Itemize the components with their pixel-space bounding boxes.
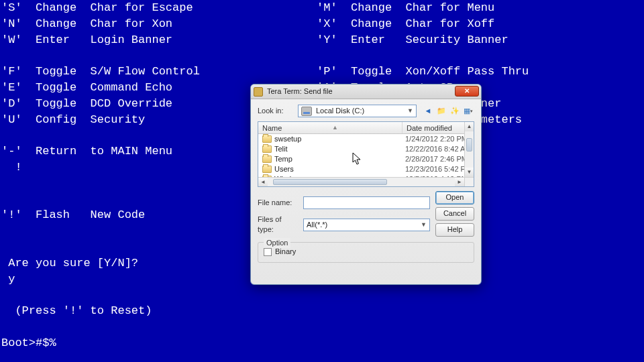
- open-button[interactable]: Open: [435, 191, 474, 204]
- close-button[interactable]: ✕: [455, 86, 479, 97]
- filename-label: File name:: [258, 198, 299, 208]
- file-list: Name ▲ Date modified swsetup1/24/2012 2:…: [258, 121, 474, 187]
- file-date: 12/23/2016 5:42 PM: [405, 164, 474, 174]
- binary-checkbox[interactable]: [264, 248, 272, 256]
- scroll-down-icon[interactable]: ▼: [465, 168, 474, 177]
- chevron-down-icon: ▼: [421, 221, 427, 229]
- dialog-titlebar[interactable]: Tera Term: Send file ✕: [251, 84, 481, 99]
- table-row[interactable]: Users12/23/2016 5:42 PM: [258, 164, 474, 174]
- vscroll-thumb[interactable]: [466, 138, 472, 152]
- file-date: 1/24/2012 2:20 PM: [405, 134, 474, 144]
- app-icon: [254, 87, 263, 97]
- folder-icon: [262, 166, 272, 173]
- dialog-title: Tera Term: Send file: [267, 86, 333, 97]
- table-row[interactable]: Telit12/22/2016 8:42 AM: [258, 144, 474, 154]
- dialog-body: Look in: Local Disk (C:) ▼ ◄ 📁 ✨ ▦▾ Name…: [251, 99, 481, 268]
- filetype-combo[interactable]: All(*.*) ▼: [303, 219, 430, 231]
- scroll-right-icon[interactable]: ►: [455, 178, 464, 187]
- scroll-left-icon[interactable]: ◄: [258, 178, 268, 187]
- table-row[interactable]: swsetup1/24/2012 2:20 PM: [258, 134, 474, 144]
- vertical-scrollbar[interactable]: ▲ ▼: [464, 122, 474, 177]
- cancel-button[interactable]: Cancel: [435, 207, 474, 221]
- scroll-corner: [464, 177, 474, 186]
- send-file-dialog: Tera Term: Send file ✕ Look in: Local Di…: [250, 84, 482, 285]
- look-in-combo[interactable]: Local Disk (C:) ▼: [298, 105, 417, 117]
- back-button[interactable]: ◄: [422, 105, 434, 117]
- filename-input[interactable]: [303, 196, 430, 209]
- folder-icon: [262, 156, 272, 163]
- file-name: Users: [274, 164, 405, 174]
- chevron-down-icon: ▼: [407, 107, 413, 115]
- hscroll-thumb[interactable]: [273, 179, 387, 185]
- file-list-header: Name ▲ Date modified: [258, 122, 474, 134]
- look-in-label: Look in:: [258, 106, 295, 116]
- file-name: Telit: [274, 144, 405, 154]
- file-name: swsetup: [274, 134, 405, 144]
- option-group: Option Binary: [258, 242, 474, 263]
- new-folder-icon: ✨: [450, 106, 460, 116]
- drive-icon: [301, 107, 312, 116]
- folder-up-icon: 📁: [437, 106, 446, 116]
- folder-icon: [262, 135, 272, 143]
- table-row[interactable]: Temp2/28/2017 2:46 PM: [258, 154, 474, 164]
- look-in-value: Local Disk (C:): [316, 106, 364, 116]
- scroll-up-icon[interactable]: ▲: [465, 122, 474, 131]
- option-legend: Option: [264, 238, 290, 248]
- filetype-label: Files of type:: [258, 215, 299, 235]
- view-menu-button[interactable]: ▦▾: [462, 105, 474, 117]
- up-one-level-button[interactable]: 📁: [435, 105, 447, 117]
- col-date-header[interactable]: Date modified: [402, 122, 474, 133]
- file-name: Temp: [274, 154, 405, 164]
- view-icon: ▦: [464, 106, 470, 116]
- file-date: 12/22/2016 8:42 AM: [405, 144, 474, 154]
- col-name-header[interactable]: Name ▲: [258, 122, 402, 133]
- sort-indicator-icon: ▲: [332, 123, 338, 132]
- close-icon: ✕: [464, 86, 470, 96]
- file-date: 2/28/2017 2:46 PM: [405, 154, 474, 164]
- horizontal-scrollbar[interactable]: ◄ ►: [258, 177, 464, 186]
- folder-icon: [262, 145, 272, 153]
- nav-toolbar: ◄ 📁 ✨ ▦▾: [422, 105, 474, 117]
- new-folder-button[interactable]: ✨: [449, 105, 461, 117]
- back-icon: ◄: [425, 106, 432, 116]
- help-button[interactable]: Help: [435, 223, 474, 237]
